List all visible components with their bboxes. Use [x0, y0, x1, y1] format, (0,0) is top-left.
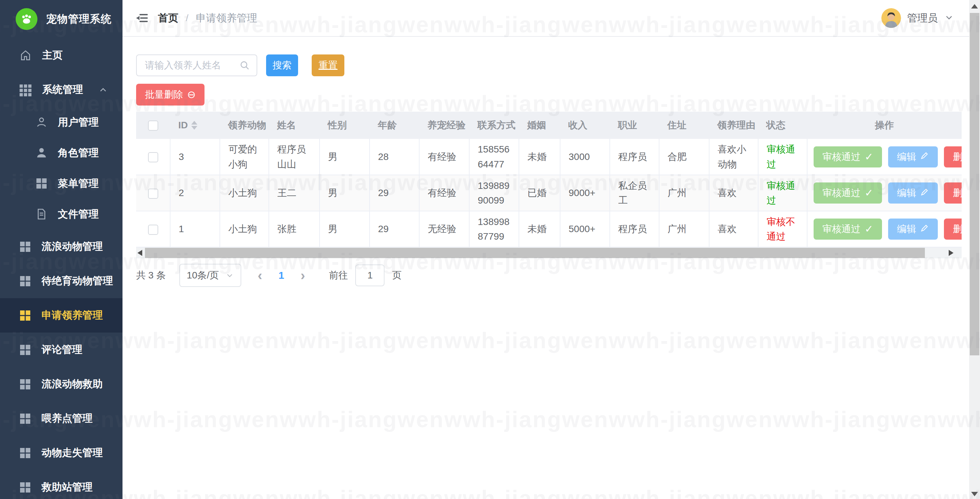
approve-button[interactable]: 审核通过✓ — [814, 218, 882, 240]
user-dropdown[interactable]: 管理员 — [881, 8, 954, 28]
batch-delete-label: 批量删除 — [145, 88, 183, 101]
sidebar-item-feeding[interactable]: 喂养点管理 — [0, 401, 123, 436]
sidebar-item-adoption[interactable]: 申请领养管理 — [0, 298, 123, 333]
check-icon: ✓ — [865, 188, 873, 198]
menu-label: 菜单管理 — [58, 177, 99, 191]
vertical-scrollbar-thumb[interactable] — [970, 13, 979, 356]
menu-label: 文件管理 — [58, 207, 99, 221]
col-address: 住址 — [659, 112, 709, 139]
menu-label: 动物走失管理 — [41, 446, 103, 460]
row-checkbox[interactable] — [148, 152, 158, 163]
sidebar-item-stray-animals[interactable]: 流浪动物管理 — [0, 230, 123, 264]
grid-2x2-icon — [19, 275, 31, 287]
scroll-down-arrow[interactable] — [971, 492, 978, 496]
current-page[interactable]: 1 — [278, 269, 284, 281]
grid-2x2-icon — [35, 177, 48, 190]
sidebar-item-home[interactable]: 主页 — [0, 38, 123, 72]
sidebar-item-neuter[interactable]: 待绝育动物管理 — [0, 264, 123, 298]
next-page-button[interactable]: › — [301, 269, 305, 282]
grid-2x2-icon — [19, 447, 31, 459]
col-name: 姓名 — [269, 112, 320, 139]
chevron-down-icon — [225, 271, 234, 280]
goto-page-input[interactable] — [355, 265, 385, 286]
sidebar-item-users[interactable]: 用户管理 — [0, 107, 123, 137]
status-badge: 审核通过 — [767, 144, 795, 169]
check-icon: ✓ — [865, 224, 873, 234]
menu-label: 系统管理 — [42, 83, 83, 97]
horizontal-scrollbar[interactable] — [136, 247, 962, 258]
app-title: 宠物管理系统 — [46, 12, 111, 26]
row-checkbox[interactable] — [148, 188, 158, 199]
sidebar-item-rescue[interactable]: 流浪动物救助 — [0, 367, 123, 401]
pencil-icon — [920, 224, 929, 235]
menu-label: 流浪动物管理 — [41, 240, 103, 253]
col-age: 年龄 — [369, 112, 419, 139]
sort-toggle[interactable] — [191, 121, 197, 130]
page-unit-label: 页 — [392, 269, 401, 282]
pagination: 共 3 条 10条/页 ‹ 1 › 前往 页 — [136, 264, 969, 287]
user-name: 管理员 — [907, 11, 938, 25]
sidebar: 宠物管理系统 主页 系统管理 — [0, 0, 123, 499]
search-icon — [239, 59, 250, 72]
edit-button[interactable]: 编辑 — [888, 147, 938, 167]
scroll-left-arrow[interactable] — [137, 250, 142, 256]
sidebar-item-comments[interactable]: 评论管理 — [0, 333, 123, 367]
col-income: 收入 — [560, 112, 610, 139]
search-button[interactable]: 搜索 — [266, 54, 298, 76]
breadcrumb-home[interactable]: 首页 — [158, 11, 178, 25]
user-outline-icon — [35, 116, 48, 128]
delete-button[interactable]: 删除⊖ — [944, 218, 962, 240]
approve-button[interactable]: 审核通过✓ — [814, 147, 882, 167]
row-checkbox[interactable] — [148, 225, 158, 235]
sidebar-item-files[interactable]: 文件管理 — [0, 199, 123, 230]
menu-label: 角色管理 — [58, 146, 99, 160]
batch-delete-button[interactable]: 批量删除 ⊖ — [136, 84, 205, 105]
table-row: 2 小土狗 王二 男 29 有经验 13988990099 已婚 9000+ 私… — [136, 175, 962, 211]
sidebar-item-menus[interactable]: 菜单管理 — [0, 168, 123, 199]
pencil-icon — [920, 188, 929, 199]
edit-button[interactable]: 编辑 — [888, 182, 938, 204]
menu-label: 用户管理 — [58, 115, 99, 129]
delete-button[interactable]: 删除⊖ — [944, 147, 962, 167]
approve-button[interactable]: 审核通过✓ — [814, 182, 882, 204]
delete-button[interactable]: 删除⊖ — [944, 182, 962, 204]
table-header-row: ID 领养动物 姓名 性别 年龄 养宠经验 联系方式 婚姻 收入 职业 住址 领… — [136, 112, 962, 139]
search-box — [136, 54, 257, 76]
scroll-up-arrow[interactable] — [971, 4, 978, 8]
col-animal: 领养动物 — [220, 112, 269, 139]
goto-label: 前往 — [329, 269, 348, 282]
status-badge: 审核通过 — [767, 180, 795, 206]
app-page: 宠物管理系统 主页 系统管理 — [0, 0, 980, 499]
horizontal-scrollbar-thumb[interactable] — [145, 248, 925, 258]
document-icon — [35, 208, 48, 220]
vertical-scrollbar[interactable] — [969, 0, 980, 499]
sidebar-item-roles[interactable]: 角色管理 — [0, 137, 123, 168]
menu-label: 评论管理 — [41, 343, 82, 357]
scroll-right-arrow[interactable] — [949, 250, 953, 256]
circle-minus-icon: ⊖ — [187, 89, 196, 100]
sidebar-item-lost[interactable]: 动物走失管理 — [0, 436, 123, 470]
sidebar-item-system[interactable]: 系统管理 — [0, 72, 123, 107]
breadcrumb-separator: / — [186, 13, 189, 24]
page-size-select[interactable]: 10条/页 — [179, 264, 241, 287]
edit-button[interactable]: 编辑 — [888, 218, 938, 240]
content-area: 搜索 重置 批量删除 ⊖ ID 领养动物 — [123, 37, 969, 499]
top-bar: 首页 / 申请领养管理 管理员 — [123, 0, 969, 37]
select-all-checkbox[interactable] — [148, 121, 158, 131]
grid-2x2-icon — [19, 241, 31, 253]
col-reason: 领养理由 — [709, 112, 758, 139]
breadcrumb-current: 申请领养管理 — [196, 11, 257, 25]
sidebar-item-stations[interactable]: 救助站管理 — [0, 470, 123, 499]
home-icon — [19, 49, 32, 62]
col-job: 职业 — [610, 112, 659, 139]
prev-page-button[interactable]: ‹ — [258, 269, 262, 282]
grid-2x2-icon — [19, 344, 31, 356]
app-logo: 宠物管理系统 — [0, 0, 123, 38]
grid-3x3-icon — [19, 83, 32, 96]
grid-2x2-icon — [19, 481, 31, 494]
reset-button[interactable]: 重置 — [312, 54, 344, 76]
sidebar-fold-icon[interactable] — [136, 13, 148, 24]
menu-label: 申请领养管理 — [41, 308, 103, 322]
col-id: ID — [178, 120, 188, 131]
check-icon: ✓ — [865, 152, 873, 162]
